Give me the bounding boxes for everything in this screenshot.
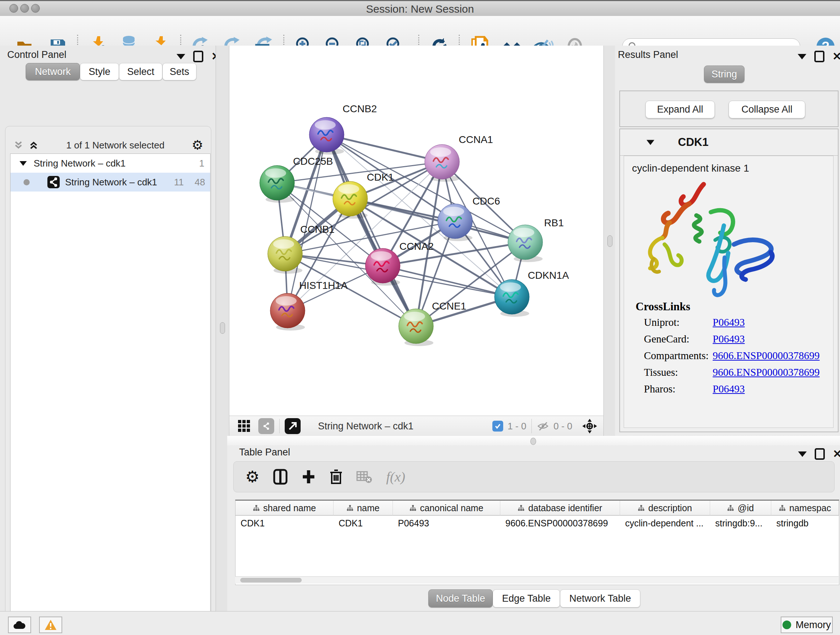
table-cell[interactable]: stringdb:9... [710, 516, 771, 531]
network-options-gear-icon[interactable]: ⚙ [192, 139, 203, 152]
memory-button[interactable]: Memory [781, 616, 833, 633]
column-header-namespac[interactable]: namespac [771, 501, 839, 516]
selected-checkbox-icon[interactable] [493, 421, 503, 432]
network-node-CDC25B[interactable]: CDC25B [260, 156, 333, 203]
open-in-browser-icon[interactable] [285, 418, 301, 434]
table-cell[interactable]: 9606.ENSP00000378699 [500, 516, 620, 531]
network-row-selected[interactable]: String Network – cdk1 11 48 [11, 173, 210, 192]
table-cell[interactable]: P06493 [393, 516, 500, 531]
left-splitter-handle[interactable] [220, 322, 225, 334]
crosslink-link[interactable]: P06493 [713, 333, 745, 349]
table-cell[interactable]: CDK1 [235, 516, 333, 531]
tab-network[interactable]: Network [26, 63, 80, 80]
column-header-label: shared name [264, 503, 316, 513]
function-builder-icon[interactable]: f(x) [386, 469, 405, 485]
network-canvas[interactable]: CCNB2CCNA1CDC25BCDK1CDC6RB1CCNB1CCNA2CDK… [229, 46, 603, 416]
delete-table-icon[interactable] [356, 470, 372, 483]
table-panel-window-controls: ✕ [798, 448, 840, 460]
column-header--id[interactable]: @id [710, 501, 771, 516]
horizontal-splitter[interactable] [227, 436, 840, 446]
column-header-shared-name[interactable]: shared name [235, 501, 333, 516]
column-type-icon [253, 505, 260, 511]
column-type-icon [409, 505, 416, 511]
network-view-title: String Network – cdk1 [318, 421, 414, 432]
crosslink-link[interactable]: 9606.ENSP00000378699 [713, 366, 820, 383]
birds-eye-grid-icon[interactable] [237, 419, 251, 433]
network-node-CCNA1[interactable]: CCNA1 [425, 134, 493, 182]
column-header-description[interactable]: description [620, 501, 710, 516]
column-header-label: database identifier [528, 503, 602, 513]
panel-close-icon[interactable]: ✕ [833, 450, 840, 458]
warning-button[interactable] [39, 616, 62, 633]
scrollbar-thumb[interactable] [240, 578, 302, 583]
right-splitter[interactable] [603, 46, 616, 436]
delete-column-icon[interactable] [330, 469, 343, 485]
network-node-CCNE1[interactable]: CCNE1 [399, 301, 466, 346]
tab-node-table[interactable]: Node Table [428, 589, 493, 608]
protein-structure-image [642, 178, 794, 297]
table-cell[interactable]: stringdb [771, 516, 839, 531]
network-node-CDKN1A[interactable]: CDKN1A [494, 270, 569, 317]
panel-float-icon[interactable] [814, 51, 824, 62]
toolbar-separator [279, 419, 279, 433]
table-toolbar: ⚙ f(x) [233, 461, 835, 492]
collapse-all-button[interactable]: Collapse All [729, 101, 805, 119]
collapse-all-chevron-icon[interactable] [13, 140, 24, 150]
node-table: shared namenamecanonical namedatabase id… [235, 500, 839, 585]
panel-float-icon[interactable] [193, 51, 203, 62]
network-edge-CCNB2-CCNA1[interactable] [327, 135, 442, 162]
tab-network-table[interactable]: Network Table [560, 589, 640, 608]
horizontal-splitter-handle[interactable] [531, 438, 536, 445]
crosslink-label: Uniprot: [644, 317, 713, 333]
add-column-icon[interactable] [302, 469, 316, 485]
crosslink-row: GeneCard: P06493 [644, 333, 829, 349]
network-status-dot-icon [24, 179, 30, 185]
crosslink-link[interactable]: 9606.ENSP00000378699 [713, 350, 820, 366]
network-list: String Network – cdk1 1 String Network –… [10, 154, 210, 635]
table-cell[interactable]: CDK1 [333, 516, 393, 531]
crosslinks-title: CrossLinks [636, 300, 690, 313]
network-collection-row[interactable]: String Network – cdk1 1 [11, 154, 210, 173]
network-node-CCNB1[interactable]: CCNB1 [268, 224, 335, 274]
node-label-CCNB1: CCNB1 [300, 224, 335, 235]
control-panel-title: Control Panel [7, 49, 66, 60]
fit-content-crosshair-icon[interactable] [582, 418, 598, 434]
crosslink-label: Compartments: [644, 350, 713, 366]
expander-triangle-icon[interactable] [19, 158, 28, 168]
column-header-name[interactable]: name [333, 501, 393, 516]
main-toolbar: ? [0, 16, 840, 46]
tab-string-results[interactable]: String [704, 65, 745, 83]
crosslink-link[interactable]: P06493 [713, 317, 745, 333]
column-header-database-identifier[interactable]: database identifier [500, 501, 620, 516]
tab-sets[interactable]: Sets [163, 63, 196, 80]
panel-menu-icon[interactable] [798, 451, 807, 457]
table-options-gear-icon[interactable]: ⚙ [245, 470, 259, 483]
expand-all-button[interactable]: Expand All [645, 101, 715, 119]
cloud-button[interactable] [8, 616, 31, 633]
table-cell[interactable]: cyclin-dependent ... [620, 516, 710, 531]
warning-icon [44, 619, 57, 630]
tab-edge-table[interactable]: Edge Table [493, 589, 560, 608]
crosslink-link[interactable]: P06493 [713, 383, 745, 399]
tab-select[interactable]: Select [119, 63, 163, 80]
network-node-CCNB2[interactable]: CCNB2 [309, 103, 377, 155]
column-header-canonical-name[interactable]: canonical name [393, 501, 500, 516]
panel-menu-icon[interactable] [177, 54, 185, 59]
string-style-toggle-icon[interactable] [258, 418, 274, 434]
gene-section-header[interactable]: CDK1 [620, 129, 838, 156]
panel-close-icon[interactable]: ✕ [832, 52, 840, 61]
network-node-RB1[interactable]: RB1 [508, 217, 564, 262]
panel-float-icon[interactable] [815, 448, 825, 460]
panel-menu-icon[interactable] [798, 54, 806, 59]
tab-style[interactable]: Style [80, 63, 119, 80]
network-node-count: 11 [174, 177, 184, 188]
network-node-HIST1H1A[interactable]: HIST1H1A [270, 280, 347, 331]
expand-all-chevron-icon[interactable] [28, 140, 39, 150]
right-splitter-handle[interactable] [607, 235, 613, 247]
table-row[interactable]: CDK1CDK1P064939606.ENSP00000378699cyclin… [235, 516, 839, 531]
network-edge-count: 48 [195, 177, 205, 188]
section-expander-triangle-icon[interactable] [645, 137, 655, 147]
column-header-label: canonical name [420, 503, 483, 513]
table-horizontal-scrollbar[interactable] [235, 576, 838, 584]
show-columns-icon[interactable] [273, 469, 287, 485]
